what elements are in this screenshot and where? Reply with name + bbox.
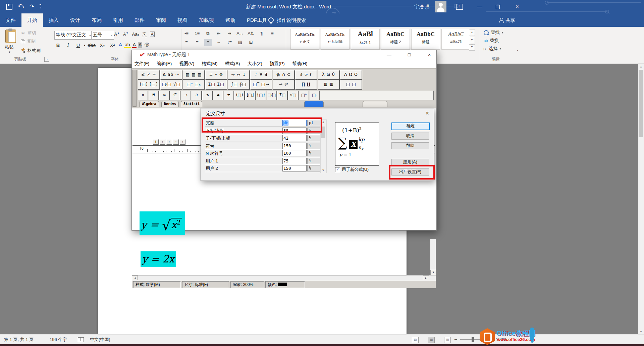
mt-toolbar2-btn-9[interactable]: ▢ ▢ <box>340 80 362 89</box>
paste-icon[interactable] <box>5 30 16 43</box>
mt-symbol-btn-10[interactable]: [□] <box>245 91 255 100</box>
enclose-char-button[interactable]: ㊙ <box>144 42 150 49</box>
mt-toolbar2-btn-0[interactable]: (□) [□] <box>138 80 160 89</box>
tab-加载项[interactable]: 加载项 <box>193 13 220 27</box>
zoom-out-icon[interactable]: − <box>454 335 457 345</box>
mt-toolbar1-btn-6[interactable]: ∉ ∩ ⊂ <box>273 70 294 80</box>
save-icon[interactable] <box>6 4 12 10</box>
tab-邮件[interactable]: 邮件 <box>129 13 150 27</box>
page-indicator[interactable]: 第 1 页, 共 1 页 <box>4 335 34 345</box>
minimize-button[interactable]: — <box>472 0 487 13</box>
mt-tab-Statisti[interactable]: Statisti <box>181 101 202 107</box>
underline-dropdown-icon[interactable]: ▾ <box>84 44 86 47</box>
mt-symbol-btn-5[interactable]: ∂ <box>192 91 202 100</box>
ribbon-display-options-icon[interactable] <box>456 4 463 10</box>
gallery-more-icon[interactable]: ▼ <box>469 44 475 51</box>
mt-symbol-btn-9[interactable]: (□) <box>234 91 245 100</box>
style-card-标题[interactable]: AaBbC标题 <box>411 29 440 50</box>
replace-button[interactable]: ab替换 <box>484 38 503 44</box>
mathtype-vscrollbar[interactable]: ▾ <box>430 239 436 275</box>
justify-button[interactable]: ≡ <box>204 39 212 46</box>
dialog-button-确定[interactable]: 确定 <box>391 122 430 130</box>
mt-toolbar1-btn-0[interactable]: ≤ ≠ ≈ <box>138 70 160 80</box>
paste-button[interactable]: 粘贴 <box>5 44 14 50</box>
tab-插入[interactable]: 插入 <box>43 13 64 27</box>
tab-视图[interactable]: 视图 <box>172 13 193 27</box>
mt-tab-right[interactable] <box>363 101 387 107</box>
mathtype-menu-编辑(E)[interactable]: 编辑(E) <box>157 61 172 67</box>
use-for-new-equations-checkbox[interactable]: ✓ 用于新公式(U) <box>335 167 369 172</box>
proofing-icon[interactable] <box>78 337 84 342</box>
tabstop-button-5[interactable]: ↑ <box>180 139 185 145</box>
customize-qat-icon[interactable]: ▿ <box>40 4 41 9</box>
mt-toolbar2-btn-5[interactable]: □‾ □→ <box>250 80 272 89</box>
print-layout-icon[interactable]: ▦ <box>428 337 435 343</box>
dialog-close-icon[interactable]: ✕ <box>423 110 432 116</box>
mt-toolbar1-btn-2[interactable]: ▨ ▨ ▨ <box>183 70 205 80</box>
mt-symbol-btn-3[interactable]: ∈ <box>170 91 180 100</box>
tab-文件[interactable]: 文件 <box>0 13 21 27</box>
borders-button[interactable]: ⊞ <box>247 39 255 46</box>
align-center-button[interactable]: ≡ <box>183 39 190 46</box>
mt-toolbar1-btn-7[interactable]: ∂ ∞ ℓ <box>295 70 317 80</box>
shading-button[interactable]: ▨ <box>236 39 244 46</box>
mt-toolbar2-btn-8[interactable]: ▦ ▦ <box>318 80 339 89</box>
mt-toolbar1-btn-9[interactable]: Λ Ω Θ <box>340 70 362 80</box>
clipboard-dialog-launcher[interactable]: ⌟ <box>44 57 49 62</box>
tab-审阅[interactable]: 审阅 <box>150 13 172 27</box>
mt-toolbar2-btn-7[interactable]: ∏ ∐ <box>295 80 317 89</box>
tab-设计[interactable]: 设计 <box>64 13 86 27</box>
mathtype-menu-样式(S)[interactable]: 样式(S) <box>225 61 240 67</box>
font-size-combo[interactable]: 五号⌄ <box>91 31 114 40</box>
mt-symbol-btn-12[interactable]: □⁄□ <box>267 91 277 100</box>
avatar[interactable] <box>435 1 446 12</box>
mt-symbol-btn-1[interactable]: θ <box>149 91 159 100</box>
undo-icon[interactable]: ↶▾ <box>18 2 24 11</box>
mathtype-minimize-icon[interactable]: — <box>384 51 394 58</box>
style-card-副标题[interactable]: AaBbC副标题 <box>441 29 470 50</box>
redo-icon[interactable]: ↷ <box>30 3 34 11</box>
scroll-thumb[interactable] <box>639 70 643 137</box>
change-case-button[interactable]: Aa▾ <box>132 32 139 37</box>
sort-button[interactable]: A⇅ <box>247 30 255 37</box>
dialog-button-应用(A)[interactable]: 应用(A) <box>391 159 429 166</box>
mt-toolbar2-btn-4[interactable]: ∫□ ∮□ <box>228 80 250 89</box>
mt-status-颜色:[interactable]: 颜色: <box>265 281 305 288</box>
mt-toolbar1-btn-3[interactable]: ± • ⊗ <box>205 70 227 80</box>
dialog-button-取消[interactable]: 取消 <box>391 133 429 140</box>
font-button-B[interactable]: B <box>54 42 62 49</box>
tabstop-button-2[interactable]: ↑ <box>160 139 165 145</box>
gallery-up-icon[interactable]: ▲ <box>469 30 475 36</box>
mt-toolbar2-btn-1[interactable]: □⁄□ √□ <box>160 80 182 89</box>
mt-symbol-btn-4[interactable]: → <box>181 91 191 100</box>
tabstop-button-1[interactable]: ⬆ <box>153 139 159 145</box>
show-marks-button[interactable]: ¶ <box>258 30 265 37</box>
mt-status-尺寸:[interactable]: 尺寸: 标准(F) <box>182 281 229 288</box>
mt-toolbar1-btn-5[interactable]: ∴ ∀ ∃ <box>250 70 272 80</box>
mt-symbol-btn-13[interactable]: Σ□ <box>277 91 287 100</box>
mathtype-menu-视图(V)[interactable]: 视图(V) <box>179 61 194 67</box>
mathtype-hscrollbar[interactable]: ◂ ▸ <box>132 275 436 281</box>
word-count[interactable]: 196 个字 <box>50 335 67 345</box>
align-left-button[interactable]: ≡ <box>269 30 276 37</box>
tabstop-button-3[interactable]: ↑ <box>166 139 172 145</box>
size-value-input[interactable]: 75 <box>282 158 307 164</box>
shrink-font-button[interactable]: A▼ <box>123 32 128 37</box>
scroll-up-icon[interactable]: ▴ <box>638 64 644 69</box>
numbering-button[interactable]: 1≡ <box>194 30 201 37</box>
mt-symbol-btn-16[interactable]: □ₙ <box>310 91 320 100</box>
align-right-button[interactable]: ≡ <box>194 39 201 46</box>
asian-layout-button[interactable]: A↔ <box>236 30 244 37</box>
equation-2[interactable]: y = 2x <box>141 251 176 267</box>
gallery-down-icon[interactable]: ▼ <box>469 37 475 43</box>
restore-button[interactable] <box>490 0 505 13</box>
font-color-button[interactable]: A <box>132 42 137 48</box>
document-scrollbar[interactable]: ▴ ▾ <box>638 64 644 334</box>
font-button-abc[interactable]: abc <box>87 42 97 49</box>
copy-button[interactable]: 复制 <box>21 38 36 44</box>
mathtype-menu-大小(Z)[interactable]: 大小(Z) <box>248 61 262 67</box>
decrease-indent-button[interactable]: ⇤ <box>215 30 222 37</box>
paste-dropdown-icon[interactable]: ▾ <box>9 50 10 54</box>
mt-symbol-btn-0[interactable]: π <box>138 91 148 100</box>
mt-symbol-btn-15[interactable]: □ⁿ <box>299 91 309 100</box>
